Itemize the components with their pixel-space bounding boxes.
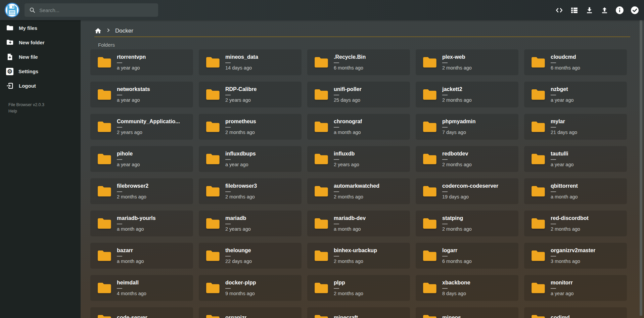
- folder-time: a year ago: [225, 162, 256, 167]
- folder-card[interactable]: thelounge 22 days ago: [199, 243, 302, 269]
- folder-icon: [422, 89, 436, 100]
- folder-name: Community_Applicatio...: [117, 119, 180, 125]
- folder-card[interactable]: xbackbone 8 days ago: [416, 275, 518, 301]
- check-icon[interactable]: [631, 6, 639, 14]
- folder-card[interactable]: Community_Applicatio... 2 years ago: [90, 114, 193, 140]
- folder-card[interactable]: logarr 6 months ago: [416, 243, 518, 269]
- folder-card[interactable]: cloudcmd 6 months ago: [524, 49, 627, 75]
- sidebar-item-new-file[interactable]: New file: [0, 50, 81, 64]
- folder-card[interactable]: mineos: [416, 307, 518, 318]
- folder-card[interactable]: bazarr a month ago: [90, 243, 193, 269]
- folder-card[interactable]: docker-plpp 9 months ago: [199, 275, 302, 301]
- folder-name: bazarr: [117, 247, 144, 254]
- folder-time: 6 months ago: [334, 65, 366, 71]
- info-icon[interactable]: [615, 6, 624, 14]
- folder-card-text: phpmyadmin 7 days ago: [442, 119, 476, 135]
- home-icon[interactable]: [94, 27, 102, 35]
- folder-card-text: pihole a year ago: [117, 151, 140, 167]
- folder-card[interactable]: networkstats a year ago: [90, 82, 193, 107]
- folder-separator: [117, 191, 122, 192]
- list-view-icon[interactable]: [570, 6, 579, 14]
- folders-section-label: Folders: [98, 42, 644, 48]
- upload-icon[interactable]: [600, 6, 609, 14]
- sidebar-item-logout[interactable]: Logout: [0, 79, 81, 93]
- search-input[interactable]: [39, 7, 154, 13]
- folder-card-text: codimd: [551, 315, 570, 318]
- folder-card[interactable]: organizr: [199, 307, 302, 318]
- code-icon[interactable]: [555, 6, 563, 14]
- folder-card[interactable]: .Recycle.Bin 6 months ago: [307, 49, 410, 75]
- folder-name: logarr: [442, 247, 472, 254]
- folder-card[interactable]: mariadb-yourls a month ago: [90, 211, 193, 236]
- breadcrumb-current[interactable]: Docker: [115, 28, 133, 34]
- folder-card[interactable]: redbotdev 2 months ago: [416, 146, 518, 172]
- folder-card[interactable]: mylar 21 days ago: [524, 114, 627, 140]
- download-icon[interactable]: [585, 6, 594, 14]
- folder-card[interactable]: chronograf a month ago: [307, 114, 410, 140]
- search-bar[interactable]: [25, 3, 158, 17]
- folder-card[interactable]: RDP-Calibre 2 years ago: [199, 82, 302, 107]
- folder-card[interactable]: filebrowser3 2 months ago: [199, 178, 302, 204]
- folder-card[interactable]: nzbget a year ago: [524, 82, 627, 107]
- folder-card[interactable]: qbittorrent a month ago: [524, 178, 627, 204]
- folder-separator: [225, 95, 231, 95]
- folder-name: minecraft: [334, 315, 358, 318]
- folder-card[interactable]: binhex-urbackup 2 months ago: [307, 243, 410, 269]
- scrollbar-thumb[interactable]: [640, 19, 642, 316]
- folder-name: xbackbone: [442, 280, 470, 286]
- folder-card[interactable]: influxdbups a year ago: [199, 146, 302, 172]
- folder-card[interactable]: rtorrentvpn a year ago: [90, 49, 193, 75]
- folder-name: chronograf: [334, 119, 362, 125]
- folder-card[interactable]: automarkwatched 2 months ago: [307, 178, 410, 204]
- folder-card[interactable]: tautulli a year ago: [524, 146, 627, 172]
- folder-time: 8 days ago: [442, 291, 470, 296]
- folder-card[interactable]: filebrowser2 2 months ago: [90, 178, 193, 204]
- folder-icon: [97, 89, 111, 100]
- folder-card[interactable]: codercom-codeserver 19 days ago: [416, 178, 518, 204]
- folder-card[interactable]: phpmyadmin 7 days ago: [416, 114, 518, 140]
- folder-card[interactable]: jackett2 2 months ago: [416, 82, 518, 107]
- folder-card[interactable]: influxdb 2 years ago: [307, 146, 410, 172]
- folder-separator: [442, 191, 448, 192]
- folder-card-text: redbotdev 2 months ago: [442, 151, 472, 167]
- folder-name: .Recycle.Bin: [334, 54, 366, 60]
- folder-separator: [334, 224, 339, 224]
- sidebar-footer: File Browser v2.0.3 Help: [0, 102, 81, 115]
- folder-icon: [205, 89, 220, 100]
- app-logo[interactable]: [5, 3, 19, 17]
- folder-icon: [531, 282, 545, 294]
- folder-card-text: mariadb-dev a month ago: [334, 215, 366, 232]
- sidebar-item-settings[interactable]: ⚙ Settings: [0, 64, 81, 79]
- folder-separator: [551, 191, 556, 192]
- folder-card[interactable]: plpp 2 months ago: [307, 275, 410, 301]
- folder-card[interactable]: code-server: [90, 307, 193, 318]
- folder-card[interactable]: minecraft: [307, 307, 410, 318]
- folder-card[interactable]: organizrv2master 3 months ago: [524, 243, 627, 269]
- folder-icon: [97, 121, 111, 133]
- folder-card[interactable]: codimd: [524, 307, 627, 318]
- folder-card[interactable]: mariadb 2 years ago: [199, 211, 302, 236]
- folder-card-text: logarr 6 months ago: [442, 247, 472, 264]
- folder-icon: [6, 24, 14, 32]
- folder-card[interactable]: red-discordbot 2 months ago: [524, 211, 627, 236]
- help-link[interactable]: Help: [8, 108, 81, 115]
- folder-card-text: nzbget a year ago: [551, 86, 574, 103]
- folder-card[interactable]: heimdall 4 months ago: [90, 275, 193, 301]
- sidebar-item-new-folder[interactable]: New folder: [0, 35, 81, 50]
- sidebar-item-my-files[interactable]: My files: [0, 21, 81, 35]
- folder-card[interactable]: unifi-poller 25 days ago: [307, 82, 410, 107]
- folder-card[interactable]: prometheus 2 months ago: [199, 114, 302, 140]
- folder-card-text: heimdall 4 months ago: [117, 280, 146, 296]
- folder-time: 9 months ago: [225, 291, 256, 296]
- folder-card[interactable]: statping 2 months ago: [416, 211, 518, 236]
- folder-card[interactable]: pihole a year ago: [90, 146, 193, 172]
- folder-card[interactable]: monitorr a year ago: [524, 275, 627, 301]
- sidebar-item-label: New folder: [19, 40, 45, 45]
- folder-time: 2 months ago: [117, 194, 148, 199]
- folder-icon: [531, 250, 545, 262]
- folder-card[interactable]: mineos_data 14 days ago: [199, 49, 302, 75]
- folder-separator: [442, 62, 448, 63]
- folder-card[interactable]: plex-web 2 months ago: [416, 49, 518, 75]
- folder-card[interactable]: mariadb-dev a month ago: [307, 211, 410, 236]
- folder-time: 2 years ago: [117, 130, 180, 135]
